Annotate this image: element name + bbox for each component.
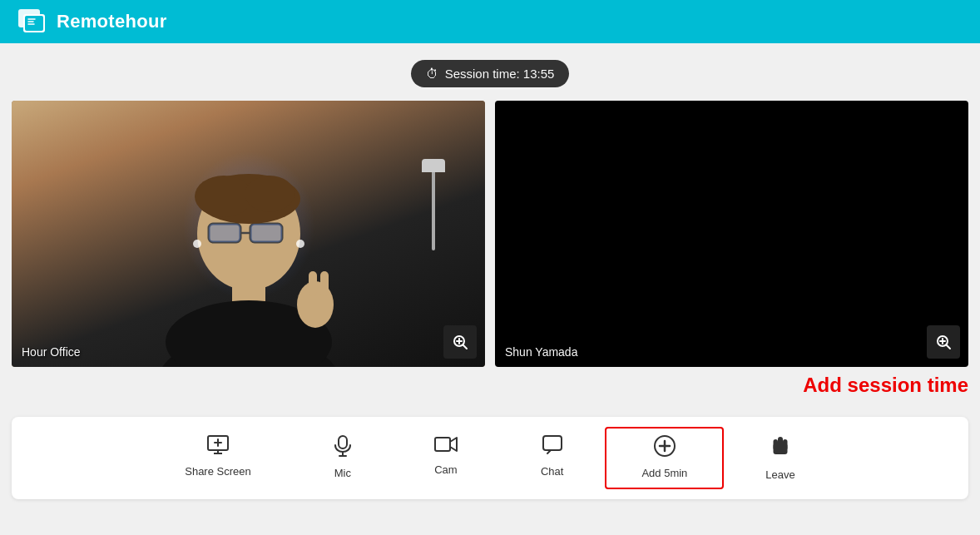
session-timer: ⏱ Session time: 13:55	[411, 60, 570, 87]
video-tile-right: Shun Yamada	[495, 101, 968, 367]
app-header: Remotehour	[0, 0, 980, 43]
video-grid: Hour Office Shun Yamada	[12, 101, 968, 367]
svg-rect-42	[774, 443, 788, 454]
leave-icon	[770, 435, 790, 463]
hand-icon	[770, 435, 790, 458]
mic-icon	[334, 435, 351, 462]
svg-line-21	[463, 345, 468, 349]
zoom-left-button[interactable]	[443, 325, 477, 359]
logo-icon	[17, 6, 48, 37]
chat-icon	[542, 435, 562, 460]
microphone-icon	[334, 435, 351, 457]
share-screen-button[interactable]: Share Screen	[143, 427, 293, 489]
share-screen-icon	[207, 435, 229, 460]
zoom-in-icon-right	[935, 334, 952, 350]
mic-button[interactable]: Mic	[293, 427, 393, 489]
decorative-lamp	[432, 167, 435, 250]
zoom-right-button[interactable]	[927, 325, 960, 359]
svg-rect-19	[320, 271, 329, 296]
main-content: ⏱ Session time: 13:55	[0, 43, 980, 499]
svg-rect-2	[25, 16, 43, 31]
mic-label: Mic	[334, 467, 351, 479]
clock-icon: ⏱	[426, 67, 438, 81]
speech-bubble-icon	[542, 435, 562, 455]
chat-label: Chat	[541, 465, 563, 478]
controls-bar: Share Screen Mic	[12, 417, 968, 499]
share-screen-label: Share Screen	[185, 465, 251, 478]
svg-rect-8	[209, 224, 240, 242]
svg-point-11	[195, 176, 253, 217]
logo: Remotehour	[17, 6, 167, 37]
svg-rect-35	[543, 436, 562, 450]
add5min-button[interactable]: Add 5min	[605, 427, 724, 489]
plus-circle-icon	[654, 435, 676, 457]
svg-line-25	[947, 345, 951, 349]
svg-rect-18	[309, 271, 317, 296]
monitor-icon	[207, 435, 229, 455]
add5min-label: Add 5min	[641, 467, 687, 479]
app-name: Remotehour	[57, 11, 167, 32]
video-left-label: Hour Office	[22, 345, 81, 359]
chat-button[interactable]: Chat	[499, 427, 605, 489]
leave-button[interactable]: Leave	[724, 427, 836, 489]
cam-icon	[434, 435, 458, 458]
svg-point-12	[245, 176, 294, 212]
camera-icon	[434, 435, 458, 453]
svg-rect-31	[339, 436, 347, 448]
add5min-icon	[654, 435, 676, 462]
add-session-time-label: Add session time	[803, 374, 968, 397]
cam-label: Cam	[434, 463, 457, 476]
leave-label: Leave	[765, 468, 794, 481]
svg-rect-34	[435, 438, 450, 451]
cam-button[interactable]: Cam	[393, 427, 499, 489]
video-feed-left	[12, 101, 485, 367]
session-time-label: Session time: 13:55	[445, 67, 555, 81]
video-right-label: Shun Yamada	[505, 345, 577, 359]
person-silhouette	[116, 151, 382, 367]
bottom-area: Add session time Share Screen	[12, 380, 968, 499]
svg-point-15	[193, 240, 201, 248]
svg-point-16	[296, 240, 304, 248]
video-tile-left: Hour Office	[12, 101, 485, 367]
svg-rect-9	[250, 224, 282, 242]
zoom-in-icon	[452, 334, 468, 350]
